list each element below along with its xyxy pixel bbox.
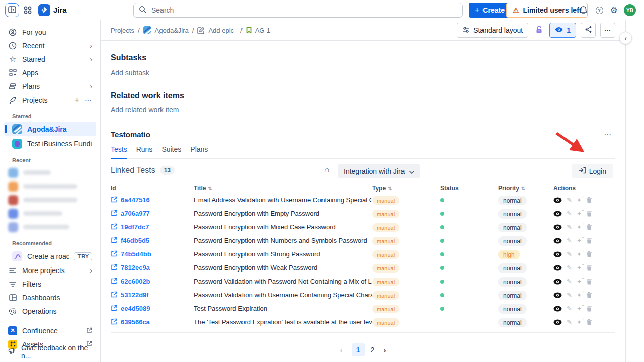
recent-project-blurred[interactable] [0, 207, 100, 220]
page-2-button[interactable]: 2 [371, 346, 375, 354]
column-header-title[interactable]: Title⇅ [194, 185, 372, 192]
edit-button[interactable]: ✎ [567, 278, 572, 285]
edit-button[interactable]: ✎ [567, 264, 572, 271]
view-details-button[interactable] [553, 279, 562, 285]
ai-generate-button[interactable]: ✦+ [577, 265, 582, 271]
add-subtask-button[interactable]: Add subtask [111, 69, 615, 77]
ai-generate-button[interactable]: ✦+ [577, 319, 582, 325]
limited-users-button[interactable]: ⚠ Limited users left [506, 3, 588, 18]
recent-project-blurred[interactable] [0, 193, 100, 207]
sidebar-item-confluence[interactable]: ✕ Confluence [4, 324, 96, 337]
more-actions-button[interactable]: ⋯ [600, 23, 615, 38]
recent-project-blurred[interactable] [0, 179, 100, 193]
delete-button[interactable] [586, 224, 592, 230]
view-details-button[interactable] [553, 211, 562, 217]
edit-button[interactable]: ✎ [567, 319, 572, 325]
sidebar-project-agoda-jira[interactable]: Agoda&Jira [4, 122, 96, 136]
delete-button[interactable] [586, 237, 592, 244]
unlock-button[interactable] [533, 23, 545, 38]
viewers-button[interactable]: 1 [549, 23, 576, 38]
recent-project-blurred[interactable] [0, 220, 100, 234]
next-page-button[interactable]: › [380, 345, 389, 355]
search-input[interactable] [150, 6, 457, 15]
help-button[interactable]: ? [595, 6, 604, 15]
view-details-button[interactable] [553, 251, 562, 257]
project-selector-dropdown[interactable]: Integration with Jira [338, 164, 420, 178]
test-id-link[interactable]: ee4d5089 [121, 305, 150, 312]
edit-button[interactable]: ✎ [567, 251, 572, 257]
delete-button[interactable] [586, 305, 592, 312]
add-related-work-item-button[interactable]: Add related work item [111, 106, 615, 114]
sidebar-item-operations[interactable]: Operations [4, 304, 96, 318]
test-id-link[interactable]: 53122d9f [121, 291, 149, 299]
user-avatar[interactable]: YB [624, 4, 636, 16]
edit-button[interactable]: ✎ [567, 197, 572, 203]
column-header-type[interactable]: Type⇅ [372, 185, 440, 192]
edit-button[interactable]: ✎ [567, 210, 572, 217]
sidebar-item-recent[interactable]: Recent › [4, 39, 96, 52]
ai-generate-button[interactable]: ✦+ [577, 238, 582, 244]
sidebar-toggle-button[interactable] [5, 3, 19, 17]
app-switcher-button[interactable] [23, 6, 32, 15]
layout-button[interactable]: Standard layout [457, 23, 528, 38]
tab-tests[interactable]: Tests [111, 145, 127, 159]
tab-suites[interactable]: Suites [162, 145, 181, 158]
global-search[interactable] [133, 3, 463, 18]
view-details-button[interactable] [553, 319, 562, 325]
test-id-link[interactable]: 74b5d4bb [121, 250, 151, 258]
ai-generate-button[interactable]: ✦+ [577, 251, 582, 257]
breadcrumb-add-epic[interactable]: Add epic [208, 27, 234, 34]
sidebar-item-filters[interactable]: Filters [4, 277, 96, 291]
view-details-button[interactable] [553, 197, 562, 203]
sidebar-item-plans[interactable]: Plans › [4, 79, 96, 93]
test-id-link[interactable]: 19df7dc7 [121, 223, 149, 231]
test-id-link[interactable]: 7812ec9a [121, 264, 150, 272]
breadcrumb-issue-key[interactable]: AG-1 [255, 27, 270, 34]
breadcrumb-projects[interactable]: Projects [111, 27, 134, 34]
test-id-link[interactable]: 6a447516 [121, 196, 150, 204]
jira-logo-icon[interactable] [38, 4, 50, 16]
delete-button[interactable] [586, 292, 592, 298]
column-header-priority[interactable]: Priority⇅ [498, 185, 553, 192]
recent-project-blurred[interactable] [0, 166, 100, 179]
edit-button[interactable]: ✎ [567, 305, 572, 312]
view-details-button[interactable] [553, 238, 562, 244]
give-feedback-button[interactable]: Give feedback on the n... [0, 341, 100, 362]
create-button[interactable]: + Create [469, 3, 511, 18]
page-1-button[interactable]: 1 [352, 343, 365, 356]
test-id-link[interactable]: f46db5d5 [121, 237, 149, 244]
ai-generate-button[interactable]: ✦+ [577, 279, 582, 285]
ai-generate-button[interactable]: ✦+ [577, 211, 582, 217]
delete-button[interactable] [586, 264, 592, 271]
delete-button[interactable] [586, 319, 592, 325]
tab-runs[interactable]: Runs [136, 145, 153, 158]
edit-button[interactable]: ✎ [567, 224, 572, 230]
delete-button[interactable] [586, 210, 592, 217]
sidebar-item-more-projects[interactable]: More projects › [4, 263, 96, 277]
view-details-button[interactable] [553, 292, 562, 298]
test-id-link[interactable]: 639566ca [121, 318, 150, 326]
test-id-link[interactable]: a706a977 [121, 210, 150, 217]
ai-generate-button[interactable]: ✦+ [577, 197, 582, 203]
ai-generate-button[interactable]: ✦+ [577, 292, 582, 298]
ai-generate-button[interactable]: ✦+ [577, 224, 582, 230]
sidebar-project-ibusiness[interactable]: Test iBusiness Funding [4, 136, 96, 151]
sidebar-item-for-you[interactable]: For you [4, 25, 96, 39]
expand-panel-button[interactable]: ‹ [619, 32, 632, 44]
delete-button[interactable] [586, 251, 592, 257]
add-project-icon[interactable]: + [75, 96, 79, 104]
tab-plans[interactable]: Plans [190, 145, 208, 158]
sidebar-item-create-roadmap[interactable]: Create a roadmap TRY [4, 249, 96, 263]
home-icon[interactable]: ⌂ [324, 165, 329, 175]
test-id-link[interactable]: 62c6002b [121, 278, 150, 285]
view-details-button[interactable] [553, 224, 562, 230]
notifications-button[interactable] [579, 6, 588, 15]
sidebar-item-dashboards[interactable]: Dashboards [4, 291, 96, 304]
settings-button[interactable]: ⚙ [609, 6, 618, 15]
sidebar-item-starred[interactable]: ☆ Starred › [4, 52, 96, 66]
more-options-icon[interactable]: ⋯ [85, 97, 92, 104]
delete-button[interactable] [586, 197, 592, 203]
sidebar-item-projects[interactable]: Projects + ⋯ [4, 93, 96, 107]
edit-button[interactable]: ✎ [567, 292, 572, 298]
edit-button[interactable]: ✎ [567, 237, 572, 244]
